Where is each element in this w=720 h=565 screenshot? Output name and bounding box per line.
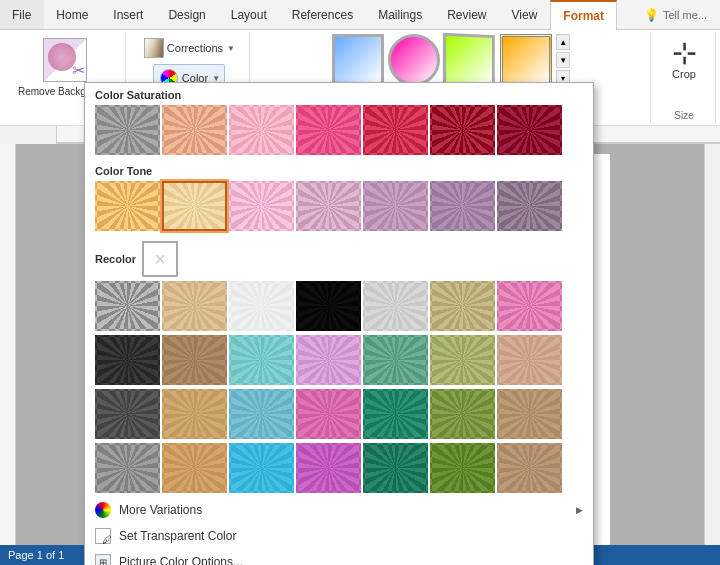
recolor-black[interactable] — [296, 281, 361, 331]
temperature-tooltip: Temperature: 4700 K — [162, 181, 227, 183]
recolor-gray[interactable] — [95, 281, 160, 331]
picture-style-4[interactable] — [500, 34, 552, 86]
color-tone-title: Color Tone — [85, 159, 593, 181]
no-recolor-button[interactable]: × — [142, 241, 178, 277]
tone-1[interactable]: Temperature: 4700 K — [162, 181, 227, 231]
picture-style-1[interactable] — [332, 34, 384, 86]
recolor-row-1 — [85, 281, 593, 335]
gallery-scroll-down[interactable]: ▼ — [556, 52, 570, 68]
set-transparent-item[interactable]: 🖊 Set Transparent Color — [85, 523, 593, 549]
tone-6[interactable] — [497, 181, 562, 231]
tab-insert[interactable]: Insert — [101, 0, 156, 29]
tab-file[interactable]: File — [0, 0, 44, 29]
tab-mailings[interactable]: Mailings — [366, 0, 435, 29]
recolor4-azure[interactable] — [430, 443, 495, 493]
saturation-2[interactable] — [229, 105, 294, 155]
recolor3-brick[interactable] — [497, 389, 562, 439]
saturation-4[interactable] — [363, 105, 428, 155]
saturation-0[interactable] — [95, 105, 160, 155]
page-info: Page 1 of 1 — [8, 549, 64, 561]
no-recolor-icon: × — [154, 248, 166, 271]
saturation-5[interactable] — [430, 105, 495, 155]
recolor4-silver[interactable] — [95, 443, 160, 493]
ruler-corner — [0, 126, 57, 144]
more-variations-icon — [95, 502, 111, 518]
recolor3-periwinkle[interactable] — [430, 389, 495, 439]
recolor-red2[interactable] — [497, 281, 562, 331]
recolor2-purple[interactable] — [363, 335, 428, 385]
crop-icon: ⊹ — [672, 38, 697, 68]
picture-style-2[interactable] — [388, 34, 440, 86]
tab-references[interactable]: References — [280, 0, 366, 29]
tone-4[interactable] — [363, 181, 428, 231]
tab-design[interactable]: Design — [156, 0, 218, 29]
saturation-3[interactable] — [296, 105, 361, 155]
recolor4-sienna[interactable] — [497, 443, 562, 493]
recolor-section-header: Recolor × — [85, 235, 593, 281]
more-variations-item[interactable]: More Variations ▶ — [85, 497, 593, 523]
picture-color-options-icon: ⊞ — [95, 554, 111, 565]
color-tone-row: Temperature: 4700 K — [85, 181, 593, 235]
set-transparent-icon: 🖊 — [95, 528, 111, 544]
recolor3-gold[interactable] — [162, 389, 227, 439]
vertical-ruler — [0, 144, 16, 565]
crop-button[interactable]: ⊹ Crop — [659, 34, 709, 84]
tab-view[interactable]: View — [500, 0, 551, 29]
recolor-blue[interactable] — [430, 281, 495, 331]
tab-home[interactable]: Home — [44, 0, 101, 29]
more-variations-arrow: ▶ — [576, 505, 583, 515]
tone-2[interactable] — [229, 181, 294, 231]
right-panel — [704, 144, 720, 565]
recolor3-ltgreen[interactable] — [229, 389, 294, 439]
recolor2-ltblue[interactable] — [430, 335, 495, 385]
recolor2-green[interactable] — [229, 335, 294, 385]
tab-format[interactable]: Format — [550, 0, 617, 30]
recolor4-magenta[interactable] — [296, 443, 361, 493]
tell-me-tab[interactable]: 💡 Tell me... — [632, 0, 720, 29]
recolor2-brown[interactable] — [162, 335, 227, 385]
recolor-row-2 — [85, 335, 593, 389]
tone-0[interactable] — [95, 181, 160, 231]
tab-layout[interactable]: Layout — [219, 0, 280, 29]
recolor3-mgray[interactable] — [95, 389, 160, 439]
crop-group: ⊹ Crop Size — [653, 32, 716, 123]
corrections-icon — [143, 37, 165, 59]
tab-review[interactable]: Review — [435, 0, 499, 29]
recolor-lgray[interactable] — [363, 281, 428, 331]
picture-color-options-item[interactable]: ⊞ Picture Color Options... — [85, 549, 593, 565]
recolor-row-3 — [85, 389, 593, 443]
color-dropdown: Color Saturation Color Tone Temperature:… — [84, 82, 594, 565]
recolor-sepia[interactable] — [162, 281, 227, 331]
recolor-title: Recolor — [95, 253, 136, 265]
recolor4-indigo[interactable] — [363, 443, 428, 493]
gallery-scroll-up[interactable]: ▲ — [556, 34, 570, 50]
saturation-1[interactable] — [162, 105, 227, 155]
recolor3-hot[interactable] — [296, 389, 361, 439]
tone-3[interactable] — [296, 181, 361, 231]
recolor4-orange[interactable] — [162, 443, 227, 493]
recolor2-tan[interactable] — [497, 335, 562, 385]
recolor3-violet[interactable] — [363, 389, 428, 439]
recolor-wash[interactable] — [229, 281, 294, 331]
tone-5[interactable] — [430, 181, 495, 231]
corrections-button[interactable]: Corrections ▼ — [138, 34, 240, 62]
lightbulb-icon: 💡 — [644, 8, 659, 22]
corrections-dropdown-arrow: ▼ — [225, 44, 235, 53]
color-saturation-row — [85, 105, 593, 159]
color-saturation-title: Color Saturation — [85, 83, 593, 105]
recolor-row-4 — [85, 443, 593, 497]
recolor4-lime[interactable] — [229, 443, 294, 493]
picture-style-3[interactable] — [443, 33, 495, 87]
saturation-6[interactable] — [497, 105, 562, 155]
recolor2-dkgray[interactable] — [95, 335, 160, 385]
recolor2-rose[interactable] — [296, 335, 361, 385]
